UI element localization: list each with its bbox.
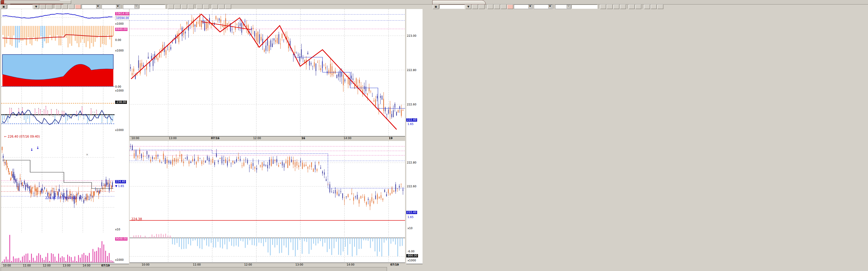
symbol-dropdown-icon[interactable]: ▼ xyxy=(33,4,39,9)
indicator-chart-1 xyxy=(1,26,115,53)
x-marker: ✕ xyxy=(86,153,88,156)
mid-bottom-chart xyxy=(130,141,405,232)
symbol-prefix-icon[interactable]: ▣ xyxy=(433,4,439,9)
time-axis-label: 13:00 xyxy=(63,264,70,267)
window2-toolbar: ▣ ▼ ▼ ▼ ▼ xyxy=(432,4,680,9)
bar-chart-icon[interactable] xyxy=(607,4,613,9)
mid-hist-chart xyxy=(130,232,405,263)
zoom-icon[interactable] xyxy=(478,4,485,9)
time-axis-label: 19 xyxy=(389,137,393,140)
grid-layout-icon[interactable] xyxy=(651,4,657,9)
time-axis-label: 11:00 xyxy=(193,263,201,266)
period-minute-button[interactable] xyxy=(507,4,513,9)
price-change-label: 1.65 xyxy=(407,123,413,126)
unit-label: x10 xyxy=(115,228,120,231)
search-icon[interactable] xyxy=(40,4,46,9)
time-axis-label: 16 xyxy=(301,137,305,140)
unit-label: x1000 xyxy=(115,49,124,52)
cp-button[interactable] xyxy=(629,4,635,9)
candle-grid-icon[interactable] xyxy=(644,4,650,9)
period-month-button[interactable] xyxy=(501,4,507,9)
symbol-input[interactable] xyxy=(439,4,465,9)
y-axis-label: 223.00 xyxy=(407,34,416,37)
cb-button[interactable] xyxy=(635,4,641,9)
volume-chart-icon[interactable] xyxy=(181,4,187,9)
grid-layout-icon[interactable] xyxy=(218,4,224,9)
unit-label: x1000 xyxy=(115,129,124,132)
hist-value-box: -866.00 xyxy=(406,254,418,258)
volume-value-box: 9048.00 xyxy=(115,237,127,241)
time-axis-label: 10:00 xyxy=(3,264,11,267)
time-axis-label: 13:00 xyxy=(169,137,177,140)
tick-select[interactable]: ▼ xyxy=(101,4,120,9)
options-grid-window: ▣ ▼ ▼ ▼ ▼ xyxy=(423,0,868,271)
period-week-button[interactable] xyxy=(494,4,500,9)
down-arrow-marker: ↓ xyxy=(36,146,39,150)
count-input[interactable] xyxy=(571,4,597,9)
unit-label: x1000 xyxy=(115,89,124,92)
symbol-prefix-icon[interactable]: ▣ xyxy=(1,4,7,9)
indicator-chart-2 xyxy=(1,53,115,93)
hist-neg-label: -6.00 xyxy=(407,250,414,253)
indicator-value-box: -238.00 xyxy=(115,101,127,104)
updown-arrows-icon[interactable] xyxy=(188,4,194,9)
period-day-button[interactable] xyxy=(55,4,61,9)
tick-select[interactable]: ▼ xyxy=(534,4,553,9)
minute-select[interactable]: ▼ xyxy=(82,4,100,9)
updown-arrows-icon[interactable] xyxy=(620,4,626,9)
time-axis-label: 14:00 xyxy=(344,137,351,140)
period-week-button[interactable] xyxy=(62,4,68,9)
price-change-label: 1.65 xyxy=(407,215,413,218)
current-price-box: 224.40 xyxy=(115,180,126,183)
indicator-chart-4 xyxy=(1,133,115,233)
time-axis-label: 13:00 xyxy=(296,263,303,266)
all-button[interactable] xyxy=(225,4,231,9)
zero-label: 0.00 xyxy=(115,85,121,88)
time-axis-label: 14:00 xyxy=(347,263,354,266)
mid-top-chart xyxy=(130,9,405,136)
count-select[interactable]: ▼ xyxy=(123,4,138,9)
scrollbar-thumb[interactable] xyxy=(4,0,71,4)
indicator-value-box: 6940.00 xyxy=(115,28,127,31)
time-axis-label: 10:00 xyxy=(131,137,139,140)
indicator-chart-0 xyxy=(1,9,115,26)
mid-axis-col xyxy=(406,9,423,264)
search-icon[interactable] xyxy=(472,4,478,9)
line-chart-icon[interactable] xyxy=(600,4,606,9)
candle-grid-icon[interactable] xyxy=(212,4,218,9)
symbol-input[interactable] xyxy=(7,4,33,9)
all-button[interactable] xyxy=(657,4,663,9)
period-month-button[interactable] xyxy=(68,4,74,9)
horizontal-scrollbar[interactable] xyxy=(1,267,387,271)
cb-button[interactable] xyxy=(203,4,209,9)
zoom-icon[interactable] xyxy=(46,4,53,9)
low-annotation: 224.06 (07/19 09:00) → xyxy=(45,196,81,200)
indicator-chart-5 xyxy=(1,233,115,264)
window2-tabrow xyxy=(423,0,868,4)
indicator-value-box: 10594.00 xyxy=(115,16,130,20)
zero-label: 0.00 xyxy=(115,38,121,41)
time-axis-label: 07/19 xyxy=(390,263,399,266)
count-input[interactable] xyxy=(139,4,165,9)
volume-chart-icon[interactable] xyxy=(613,4,619,9)
time-axis-label: 12:00 xyxy=(253,137,261,140)
futures-index-window: ▣ ▼ ▼ ▼ ▼ xyxy=(0,0,423,271)
y-axis-label: 222.60 xyxy=(407,185,416,188)
time-axis-label: 12:00 xyxy=(244,263,252,266)
price-line-label: 224.38 xyxy=(131,217,142,221)
symbol-dropdown-icon[interactable]: ▼ xyxy=(465,4,471,9)
close-icon[interactable] xyxy=(438,1,441,4)
time-axis-label: 12:00 xyxy=(43,264,51,267)
cp-button[interactable] xyxy=(196,4,203,9)
period-day-button[interactable] xyxy=(487,4,493,9)
y-axis-label: 222.60 xyxy=(407,103,416,106)
bar-chart-icon[interactable] xyxy=(175,4,181,9)
tab-option-chart[interactable] xyxy=(432,0,486,4)
window1-toolbar: ▣ ▼ ▼ ▼ ▼ xyxy=(0,4,242,9)
line-chart-icon[interactable] xyxy=(168,4,174,9)
period-minute-button[interactable] xyxy=(75,4,81,9)
count-select[interactable]: ▼ xyxy=(555,4,571,9)
indicator-value-box: 10614.00 xyxy=(115,12,129,15)
minute-select[interactable]: ▼ xyxy=(514,4,532,9)
time-axis-label: 10:00 xyxy=(142,263,150,266)
